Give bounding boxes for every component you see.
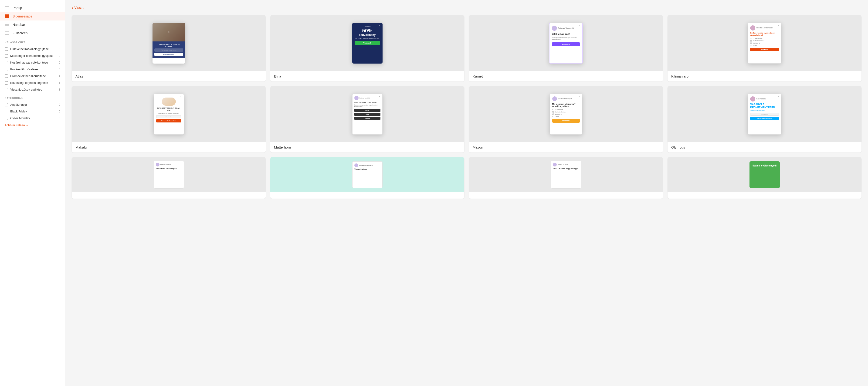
template-matterhorn[interactable]: ✕ Rebeka az ábútól Szia, örülünk, hogy l… bbox=[270, 86, 464, 153]
goals-section-title: VÁLASSZ CÉLT bbox=[0, 37, 65, 45]
sidebar-item-nanobar[interactable]: Nanobar bbox=[0, 21, 65, 29]
atlas-name: Atlas bbox=[72, 71, 266, 82]
kamet-btn-text: Vásárolok bbox=[552, 42, 580, 46]
sidebar-item-sidemessage-label: Sidemessage bbox=[12, 14, 32, 18]
fullscreen-icon bbox=[5, 31, 10, 35]
template-row3-2[interactable]: Rebeka a Webshoptól Visszajelzésed bbox=[270, 157, 464, 199]
kilimanjaro-options: Tú magas az ár Csak nézelődtem Szállítás… bbox=[750, 38, 779, 46]
filter-hirlevél-label: Hírlevél feliratkozók gyűjtése bbox=[10, 47, 54, 51]
back-button[interactable]: ‹ Vissza bbox=[72, 6, 862, 9]
sidebar-item-popup[interactable]: Popup bbox=[0, 4, 65, 12]
matterhorn-header: Rebeka az ábútól bbox=[354, 96, 380, 100]
show-more-button[interactable]: Több mutatása ⌄ bbox=[0, 122, 65, 129]
matterhorn-desc-text: Szívesen megmutatjuk legjobbeladott term… bbox=[354, 104, 380, 107]
makalu-title-text: 50% KEDVEZMÉNY CSAK MA! bbox=[156, 107, 181, 111]
filter-promóciók[interactable]: Promóciók népszerűsítése 4 bbox=[0, 73, 65, 79]
etna-subtitle-text: kedvezmény bbox=[354, 33, 380, 37]
filter-visszajelzések-label: Visszajelzések gyűjtése bbox=[10, 88, 54, 91]
mayon-title-text: Ma mégsem vásárolsz? Mondd el, miért? bbox=[552, 103, 580, 108]
filter-black-friday[interactable]: Black Friday 0 bbox=[0, 108, 65, 115]
template-row3-3[interactable]: Rebeka az ábútól Szia! Örülünk, hogy itt… bbox=[469, 157, 663, 199]
filter-visszajelzések[interactable]: Visszajelzések gyűjtése 8 bbox=[0, 86, 65, 93]
sidebar-item-fullscreen[interactable]: Fullscreen bbox=[0, 29, 65, 37]
filter-promóciók-count: 4 bbox=[57, 74, 60, 78]
filter-anyak-napja-checkbox[interactable] bbox=[5, 103, 8, 106]
filter-kosárérték-checkbox[interactable] bbox=[5, 68, 8, 71]
template-kilimanjaro-preview: ✕ Rebeka a Webshoptól Kérlek, mondd el, … bbox=[668, 15, 862, 71]
template-mayon-preview: ✕ Rebeka a Webshoptól Ma mégsem vásárols… bbox=[469, 86, 663, 142]
olympus-close-icon: ✕ bbox=[777, 95, 779, 98]
makalu-desc-text: Iratkozz fel, és vásárolj olcsóbban! bbox=[156, 112, 181, 114]
template-olympus[interactable]: ✕ Kiss Rebeka VÁSÁROLJ KEDVEZMÉNYESEN Ir… bbox=[668, 86, 862, 153]
olympus-avatar-text: Kiss Rebeka bbox=[756, 98, 766, 100]
sidebar-item-nanobar-label: Nanobar bbox=[12, 23, 25, 27]
filter-visszajelzések-checkbox[interactable] bbox=[5, 88, 8, 91]
filter-kosárelhagyás[interactable]: Kosárelhagyás csökkentése 0 bbox=[0, 59, 65, 66]
templates-row-3: Rebeka az ábútól Mondd el a véleményed! … bbox=[72, 157, 862, 199]
popup-icon bbox=[5, 6, 10, 10]
matterhorn-avatar bbox=[354, 96, 359, 100]
filter-messenger[interactable]: Messenger feliratkozók gyűjtése 0 bbox=[0, 53, 65, 59]
template-row3-1[interactable]: Rebeka az ábútól Mondd el a véleményed! bbox=[72, 157, 266, 199]
filter-promóciók-checkbox[interactable] bbox=[5, 74, 8, 78]
etna-close-icon: ✕ bbox=[379, 24, 381, 27]
sidebar: Popup Sidemessage Nanobar Fullscreen VÁL… bbox=[0, 0, 65, 386]
filter-kosárérték-label: Kosárérték növelése bbox=[10, 67, 54, 71]
template-matterhorn-preview: ✕ Rebeka az ábútól Szia, örülünk, hogy l… bbox=[270, 86, 464, 142]
makalu-product-image bbox=[162, 98, 176, 106]
nanobar-icon bbox=[5, 23, 10, 27]
templates-row-1: 🖼 LEGYEN TIED A 10%-OS KUPON Add meg az … bbox=[72, 15, 862, 82]
kilimanjaro-option-3: Szállítási díj bbox=[750, 42, 779, 44]
matterhorn-close-icon: ✕ bbox=[379, 95, 381, 98]
template-makalu[interactable]: ✕ 50% KEDVEZMÉNY CSAK MA! Iratkozz fel, … bbox=[72, 86, 266, 153]
matterhorn-btn-2: Örük bbox=[354, 113, 380, 116]
kilimanjaro-option-1: Tú magas az ár bbox=[750, 38, 779, 39]
filter-kosárelhagyás-count: 0 bbox=[57, 61, 60, 64]
makalu-btn-text: Kérem a kedvezményt bbox=[156, 119, 181, 123]
filter-hirlevél-checkbox[interactable] bbox=[5, 47, 8, 51]
olympus-title-text: VÁSÁROLJ KEDVEZMÉNYESEN bbox=[750, 103, 779, 109]
template-mayon[interactable]: ✕ Rebeka a Webshoptól Ma mégsem vásárols… bbox=[469, 86, 663, 153]
filter-anyak-napja-label: Anyák napja bbox=[10, 103, 54, 106]
matterhorn-title-text: Szia, örülünk, hogy látsz! bbox=[354, 101, 380, 104]
atlas-input-preview: Add meg az email címed bbox=[154, 49, 183, 52]
template-row3-4[interactable]: Számít a véleményed! bbox=[668, 157, 862, 199]
filter-közösségi[interactable]: Közösségi terjedés segítése 1 bbox=[0, 79, 65, 86]
template-atlas[interactable]: 🖼 LEGYEN TIED A 10%-OS KUPON Add meg az … bbox=[72, 15, 266, 82]
kilimanjaro-title-text: Kérlek, mondd el, miért nem vásároltál m… bbox=[750, 32, 779, 36]
filter-cyber-monday[interactable]: Cyber Monday 0 bbox=[0, 115, 65, 122]
kilimanjaro-btn-text: Elküldöm bbox=[750, 48, 779, 51]
sidebar-item-sidemessage[interactable]: Sidemessage bbox=[0, 12, 65, 21]
filter-black-friday-count: 0 bbox=[57, 110, 60, 113]
matterhorn-btn-3: Kárktök bbox=[354, 117, 380, 120]
bottom4-title: Számít a véleményed! bbox=[752, 164, 777, 167]
bottom3-title: Szia! Örülünk, hogy itt vagy! bbox=[553, 168, 579, 170]
mayon-btn-text: Elküldöm bbox=[552, 119, 580, 123]
template-atlas-preview: 🖼 LEGYEN TIED A 10%-OS KUPON Add meg az … bbox=[72, 15, 266, 71]
filter-messenger-count: 0 bbox=[57, 54, 60, 58]
template-kamet[interactable]: ✕ Rebeka a Webshoptól 20% csak ma! Vásár… bbox=[469, 15, 663, 82]
mayon-option-4: Egyéb bbox=[552, 116, 580, 117]
makalu-close-icon: ✕ bbox=[180, 95, 182, 98]
filter-kosárérték[interactable]: Kosárérték növelése 0 bbox=[0, 66, 65, 73]
filter-cyber-monday-checkbox[interactable] bbox=[5, 117, 8, 120]
template-kamet-preview: ✕ Rebeka a Webshoptól 20% csak ma! Vásár… bbox=[469, 15, 663, 71]
atlas-title-text: LEGYEN TIED A 10%-OS KUPON bbox=[154, 43, 183, 47]
row3-1-name bbox=[72, 192, 266, 199]
olympus-name: Olympus bbox=[668, 142, 862, 153]
filter-messenger-checkbox[interactable] bbox=[5, 54, 8, 58]
filter-kosárelhagyás-checkbox[interactable] bbox=[5, 61, 8, 64]
filter-anyak-napja[interactable]: Anyák napja 0 bbox=[0, 101, 65, 108]
template-etna[interactable]: ✕ Csak ma 50% kedvezmény Ma minden termé… bbox=[270, 15, 464, 82]
back-chevron-icon: ‹ bbox=[72, 6, 73, 9]
filter-közösségi-count: 1 bbox=[57, 81, 60, 85]
mayon-close-icon: ✕ bbox=[578, 95, 580, 98]
filter-közösségi-checkbox[interactable] bbox=[5, 81, 8, 85]
template-kilimanjaro[interactable]: ✕ Rebeka a Webshoptól Kérlek, mondd el, … bbox=[668, 15, 862, 82]
bottom-preview-2: Rebeka a Webshoptól Visszajelzésed bbox=[352, 161, 382, 188]
filter-promóciók-label: Promóciók népszerűsítése bbox=[10, 74, 54, 78]
matterhorn-btn-1: Gyönk bbox=[354, 109, 380, 112]
filter-hirlevél[interactable]: Hírlevél feliratkozók gyűjtése 6 bbox=[0, 45, 65, 53]
bottom-preview-1: Rebeka az ábútól Mondd el a véleményed! bbox=[154, 161, 184, 189]
filter-black-friday-checkbox[interactable] bbox=[5, 110, 8, 113]
